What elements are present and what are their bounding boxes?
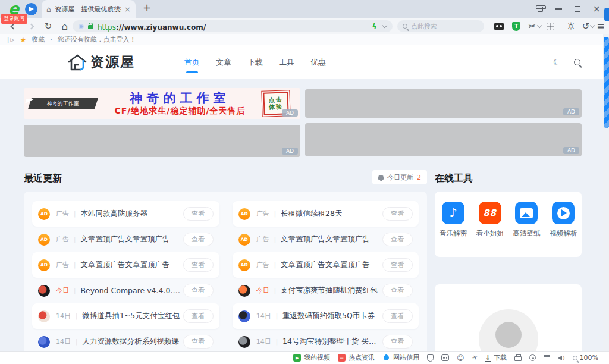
view-button[interactable]: 查看 [183,233,214,246]
window-controls: × [538,0,601,18]
smiley-face-icon[interactable]: ☺ [457,354,464,362]
site-logo[interactable]: 资源屋 [68,53,135,71]
view-button[interactable]: 查看 [382,258,413,272]
banner-title: 神奇的工作室 [96,91,263,105]
item-title: 微博道具抽1~5元支付宝红包 [82,311,180,321]
recent-updates-title: 最近更新 [24,172,62,185]
view-button[interactable]: 查看 [183,207,214,221]
search-placeholder: 点此搜索 [411,22,437,31]
article-thumb-icon [238,310,250,322]
tag-divider: | [276,338,278,345]
list-item[interactable]: 今日 | 支付宝凉爽节抽随机消费红包 查看 [233,278,419,303]
list-item[interactable]: 今日 | Beyond Compare v4.4.0.25886 查看 [32,278,219,303]
tool-item[interactable]: 看小姐姐 [476,202,504,238]
view-button[interactable]: 查看 [183,284,214,297]
tool-item[interactable]: 音乐解密 [440,202,467,238]
nav-item[interactable]: 文章 [216,57,231,68]
address-bar[interactable]: https://www.ziyuanwu.com/ ϟ [73,20,393,32]
site-header: 资源屋 首页文章下载工具优惠 ☾ [0,45,609,79]
site-credit-button[interactable]: 网站信用 [382,353,419,362]
tab-favicon-house-icon: ⌂ [46,5,51,14]
nav-item[interactable]: 下载 [247,57,263,68]
view-button[interactable]: 查看 [382,309,413,323]
list-item[interactable]: AD 广告 | 长租微信续租28天 查看 [233,201,419,227]
list-item[interactable]: AD 广告 | 文章置顶广告文章置顶广告 查看 [233,227,419,252]
list-item[interactable]: AD 广告 | 文章置顶广告文章置顶广告 查看 [233,252,419,278]
page-scrollbar-thumb[interactable] [604,37,609,128]
speaker-icon[interactable]: ) [558,355,565,361]
ad-placeholder[interactable]: AD [24,125,300,157]
nav-item[interactable]: 工具 [279,57,294,68]
list-item[interactable]: 14日 | 重返数码预约领取5Q币卡券 查看 [233,303,419,329]
security-shield-icon[interactable]: T [510,18,522,34]
close-button[interactable]: × [593,6,601,12]
login-account-badge[interactable]: 登录账号 [1,14,27,24]
tag-divider: | [74,211,76,217]
protection-shield-icon[interactable] [427,354,434,362]
view-button[interactable]: 查看 [183,335,214,349]
list-item[interactable]: AD 广告 | 文章置顶广告文章置顶广告 查看 [32,252,219,278]
favorites-label[interactable]: 收藏 [32,35,45,44]
search-box[interactable]: 点此搜索 [397,20,484,32]
view-button[interactable]: 查看 [382,335,413,349]
tab-close-icon[interactable]: × [124,5,131,14]
sidebar-toggle-icon[interactable]: ❘▷ [6,37,14,43]
download-button[interactable]: ↓下载 [485,353,507,362]
browser-tab[interactable]: ⌂ 资源屋 - 提供最优质线报,软件,资 × [42,0,136,18]
article-thumb-icon [38,336,50,348]
list-item[interactable]: AD 广告 | 本站同款高防服务器 查看 [32,201,219,227]
account-panda-icon[interactable] [492,18,506,34]
list-item[interactable]: AD 广告 | 文章置顶广告文章置顶广告 查看 [32,227,219,252]
view-button[interactable]: 查看 [382,207,413,221]
my-videos-button[interactable]: ▶我的视频 [293,353,330,362]
site-search-icon[interactable] [574,59,580,65]
article-thumb-icon [238,285,250,297]
theme-sun-icon[interactable]: ☼ [565,18,577,34]
reload-button[interactable]: ↻ [42,18,55,34]
home-button[interactable]: ⌂ [58,18,71,34]
ad-placeholder[interactable]: AD [305,89,582,118]
tag-divider: | [74,287,76,294]
item-tag: 广告 [56,235,69,244]
dark-mode-moon-icon[interactable]: ☾ [551,56,562,68]
tool-label: 音乐解密 [440,229,467,238]
favorites-star-icon[interactable]: ★ [20,36,26,44]
bookmarks-hint[interactable]: 您还没有收藏，点击导入！ [58,35,136,44]
minimize-button[interactable] [555,8,562,10]
skin-button[interactable] [538,7,543,12]
panda-face-icon[interactable] [441,354,449,361]
nav-item[interactable]: 优惠 [310,57,326,68]
hot-news-button[interactable]: ≣热点资讯 [338,353,375,362]
item-title: 文章置顶广告文章置顶广告 [80,260,169,270]
list-item[interactable]: 14日 | 微博道具抽1~5元支付宝红包 查看 [32,303,219,329]
screenshot-dropdown-icon[interactable] [536,18,542,34]
view-button[interactable]: 查看 [382,284,413,297]
maximize-button[interactable] [575,6,580,12]
split-window-icon[interactable] [544,355,550,360]
zoom-control[interactable]: 100% [573,354,598,362]
view-button[interactable]: 查看 [382,233,413,246]
site-info-icon[interactable] [79,24,84,29]
side-panel-tab[interactable] [604,8,609,21]
speed-mode-icon[interactable]: ϟ [372,22,377,31]
ad-banner-workshop[interactable]: 神奇的工作室 神奇的工作室 CF/绝地求生/稳定辅助/全天售后 点击 体验 AD [24,88,300,119]
item-tag: 广告 [56,261,69,269]
today-updates-pill[interactable]: 今日更新 2 [372,170,427,184]
item-tag: 14日 [256,337,271,346]
view-button[interactable]: 查看 [183,309,214,323]
proxy-dial-icon[interactable] [529,354,536,361]
extensions-grid-icon[interactable] [544,18,556,34]
today-updates-label: 今日更新 [387,173,413,182]
address-dropdown-icon[interactable] [382,23,387,27]
tool-item[interactable]: 高清壁纸 [513,202,540,238]
new-tab-button[interactable]: + [143,2,151,14]
ad-badge-icon: AD [238,259,250,271]
view-button[interactable]: 查看 [183,258,214,272]
ad-tag-badge: AD [563,108,579,115]
printer-icon[interactable] [514,356,522,361]
nav-item[interactable]: 首页 [184,57,200,68]
tool-item[interactable]: 视频解析 [550,202,577,238]
boost-rocket-icon[interactable]: ✈ [471,354,478,362]
ad-placeholder[interactable]: AD [305,123,582,156]
page-scrollbar-track[interactable] [603,34,609,351]
